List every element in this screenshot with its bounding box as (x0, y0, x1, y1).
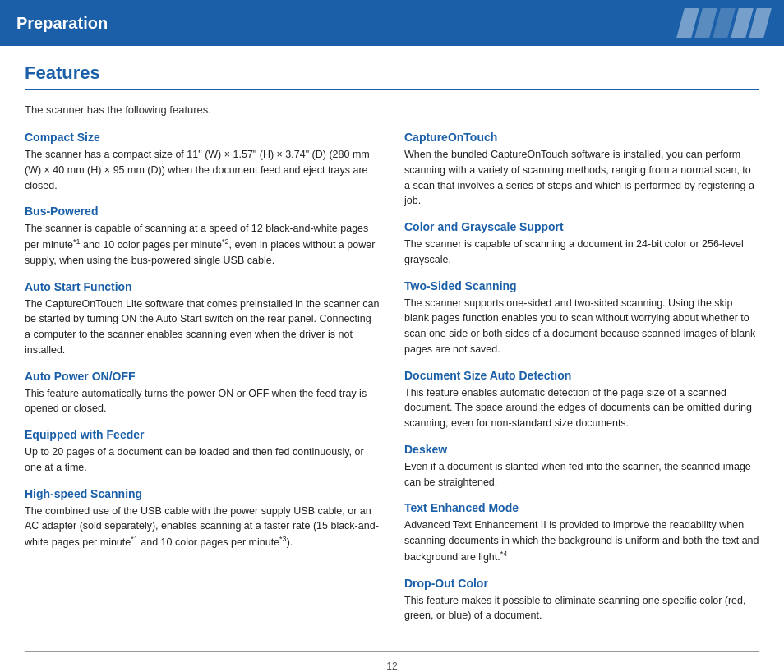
high-speed-body: The combined use of the USB cable with t… (25, 504, 380, 550)
left-column: Compact Size The scanner has a compact s… (25, 131, 380, 635)
section-text-enhanced: Text Enhanced Mode Advanced Text Enhance… (404, 501, 759, 564)
section-drop-out: Drop-Out Color This feature makes it pos… (404, 577, 759, 624)
section-two-sided: Two-Sided Scanning The scanner supports … (404, 279, 759, 357)
section-capture-on-touch: CaptureOnTouch When the bundled CaptureO… (404, 131, 759, 209)
capture-on-touch-body: When the bundled CaptureOnTouch software… (404, 147, 759, 209)
header-decoration (680, 8, 768, 38)
intro-text: The scanner has the following features. (25, 104, 759, 116)
bus-powered-body: The scanner is capable of scanning at a … (25, 221, 380, 268)
section-high-speed: High-speed Scanning The combined use of … (25, 487, 380, 550)
drop-out-body: This feature makes it possible to elimin… (404, 593, 759, 624)
features-columns: Compact Size The scanner has a compact s… (25, 131, 759, 635)
color-grayscale-body: The scanner is capable of scanning a doc… (404, 237, 759, 268)
deskew-title: Deskew (404, 443, 759, 456)
doc-size-title: Document Size Auto Detection (404, 369, 759, 382)
auto-start-title: Auto Start Function (25, 280, 380, 293)
feeder-title: Equipped with Feeder (25, 428, 380, 441)
capture-on-touch-title: CaptureOnTouch (404, 131, 759, 144)
drop-out-title: Drop-Out Color (404, 577, 759, 590)
auto-start-body: The CaptureOnTouch Lite software that co… (25, 297, 380, 358)
section-doc-size: Document Size Auto Detection This featur… (404, 369, 759, 431)
auto-power-title: Auto Power ON/OFF (25, 370, 380, 383)
section-compact-size: Compact Size The scanner has a compact s… (25, 131, 380, 193)
compact-size-title: Compact Size (25, 131, 380, 144)
page-footer: 12 (25, 651, 759, 672)
high-speed-title: High-speed Scanning (25, 487, 380, 500)
feeder-body: Up to 20 pages of a document can be load… (25, 444, 380, 476)
main-content: Features The scanner has the following f… (0, 46, 784, 672)
section-color-grayscale: Color and Grayscale Support The scanner … (404, 220, 759, 268)
two-sided-body: The scanner supports one-sided and two-s… (404, 296, 759, 357)
section-bus-powered: Bus-Powered The scanner is capable of sc… (25, 205, 380, 268)
section-deskew: Deskew Even if a document is slanted whe… (404, 443, 759, 490)
doc-size-body: This feature enables automatic detection… (404, 385, 759, 431)
text-enhanced-body: Advanced Text Enhancement II is provided… (404, 518, 759, 564)
deskew-body: Even if a document is slanted when fed i… (404, 459, 759, 490)
bus-powered-title: Bus-Powered (25, 205, 380, 218)
section-auto-start: Auto Start Function The CaptureOnTouch L… (25, 280, 380, 358)
page-number: 12 (386, 660, 397, 672)
page-header: Preparation (0, 0, 784, 46)
right-column: CaptureOnTouch When the bundled CaptureO… (404, 131, 759, 635)
text-enhanced-title: Text Enhanced Mode (404, 501, 759, 514)
two-sided-title: Two-Sided Scanning (404, 279, 759, 292)
color-grayscale-title: Color and Grayscale Support (404, 220, 759, 233)
header-title: Preparation (16, 14, 108, 33)
compact-size-body: The scanner has a compact size of 11" (W… (25, 147, 380, 193)
features-heading: Features (25, 62, 759, 90)
auto-power-body: This feature automatically turns the pow… (25, 386, 380, 417)
section-auto-power: Auto Power ON/OFF This feature automatic… (25, 370, 380, 417)
section-feeder: Equipped with Feeder Up to 20 pages of a… (25, 428, 380, 476)
